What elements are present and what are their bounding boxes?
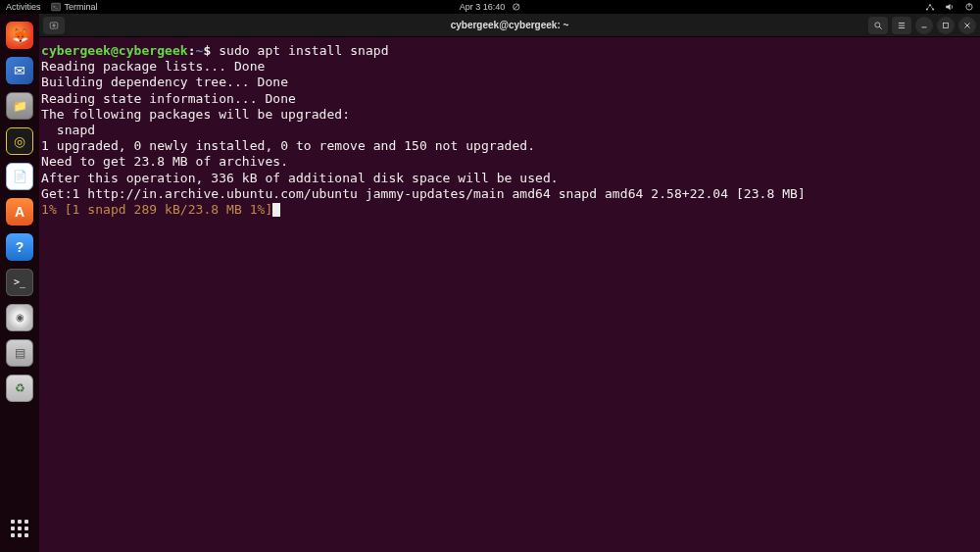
output-line: Need to get 23.8 MB of archives. — [41, 154, 288, 169]
new-tab-icon — [49, 21, 59, 30]
clock-label: Apr 3 16:40 — [460, 2, 506, 12]
close-icon — [962, 21, 972, 30]
terminal-icon: >_ — [51, 2, 61, 12]
software-icon: A — [15, 205, 24, 219]
writer-icon: 📄 — [13, 171, 27, 182]
dock-removable-drive[interactable]: ▤ — [6, 339, 33, 367]
prompt-symbol: $ — [203, 43, 211, 58]
network-icon — [925, 2, 935, 12]
app-menu[interactable]: >_ Terminal — [51, 2, 98, 12]
output-line: The following packages will be upgraded: — [41, 107, 350, 122]
clock[interactable]: Apr 3 16:40 — [460, 2, 521, 12]
gnome-topbar: Activities >_ Terminal Apr 3 16:40 — [0, 0, 980, 14]
dock-firefox[interactable]: 🦊 — [6, 22, 33, 49]
volume-icon — [945, 2, 955, 12]
dock-libreoffice-writer[interactable]: 📄 — [6, 163, 33, 190]
output-line: 1 upgraded, 0 newly installed, 0 to remo… — [41, 138, 535, 153]
dock-trash[interactable]: ♻ — [6, 375, 33, 402]
system-status-area[interactable] — [925, 2, 974, 12]
hamburger-icon — [897, 21, 906, 30]
drive-icon: ▤ — [15, 347, 25, 359]
rhythmbox-icon: ◎ — [14, 134, 25, 148]
dock-rhythmbox[interactable]: ◎ — [6, 127, 33, 155]
prompt-separator: : — [188, 43, 196, 58]
minimize-button[interactable] — [915, 17, 933, 34]
apps-grid-icon — [11, 520, 28, 537]
dock-disk[interactable]: ◉ — [6, 304, 33, 331]
minimize-icon — [919, 21, 929, 30]
output-line: After this operation, 336 kB of addition… — [41, 171, 559, 185]
help-icon: ? — [16, 240, 24, 254]
dock-thunderbird[interactable]: ✉ — [6, 57, 33, 84]
svg-point-12 — [875, 22, 880, 26]
output-line: Get:1 http://in.archive.ubuntu.com/ubunt… — [41, 186, 806, 201]
power-icon — [964, 2, 974, 12]
show-applications-button[interactable] — [6, 515, 33, 542]
output-line: Reading package lists... Done — [41, 59, 265, 74]
app-menu-label: Terminal — [65, 2, 98, 12]
maximize-icon — [941, 21, 951, 30]
close-button[interactable] — [958, 17, 976, 34]
terminal-content[interactable]: cybergeek@cybergeek:~$ sudo apt install … — [39, 37, 980, 552]
disk-icon: ◉ — [16, 313, 24, 323]
dock: 🦊 ✉ 📁 ◎ 📄 A ? >_ ◉ ▤ ♻ — [0, 14, 39, 552]
activities-button[interactable]: Activities — [6, 2, 41, 12]
output-line: Building dependency tree... Done — [41, 75, 288, 89]
do-not-disturb-icon — [511, 2, 520, 12]
window-title: cybergeek@cybergeek: ~ — [451, 20, 569, 30]
output-line: snapd — [41, 123, 95, 137]
svg-line-13 — [879, 26, 882, 29]
terminal-icon: >_ — [14, 277, 25, 287]
dock-help[interactable]: ? — [6, 233, 33, 261]
prompt-user-host: cybergeek@cybergeek — [41, 43, 188, 58]
command-text: sudo apt install snapd — [219, 43, 388, 58]
maximize-button[interactable] — [937, 17, 955, 34]
output-line: Reading state information... Done — [41, 91, 296, 106]
trash-icon: ♻ — [15, 382, 25, 394]
window-titlebar: cybergeek@cybergeek: ~ — [39, 14, 980, 37]
svg-text:>_: >_ — [52, 4, 58, 9]
thunderbird-icon: ✉ — [14, 64, 25, 77]
files-icon: 📁 — [13, 100, 27, 112]
menu-button[interactable] — [892, 17, 911, 34]
dock-terminal[interactable]: >_ — [6, 269, 33, 296]
firefox-icon: 🦊 — [12, 28, 28, 42]
svg-line-3 — [514, 5, 518, 10]
download-progress: 1% [1 snapd 289 kB/23.8 MB 1%] — [41, 202, 272, 217]
terminal-window: cybergeek@cybergeek: ~ cybergeek@cyberge… — [39, 14, 980, 552]
cursor — [272, 203, 280, 217]
new-tab-button[interactable] — [43, 17, 65, 34]
svg-rect-18 — [944, 23, 949, 27]
search-button[interactable] — [868, 17, 888, 34]
dock-files[interactable]: 📁 — [6, 92, 33, 120]
dock-ubuntu-software[interactable]: A — [6, 198, 33, 226]
search-icon — [873, 21, 883, 30]
